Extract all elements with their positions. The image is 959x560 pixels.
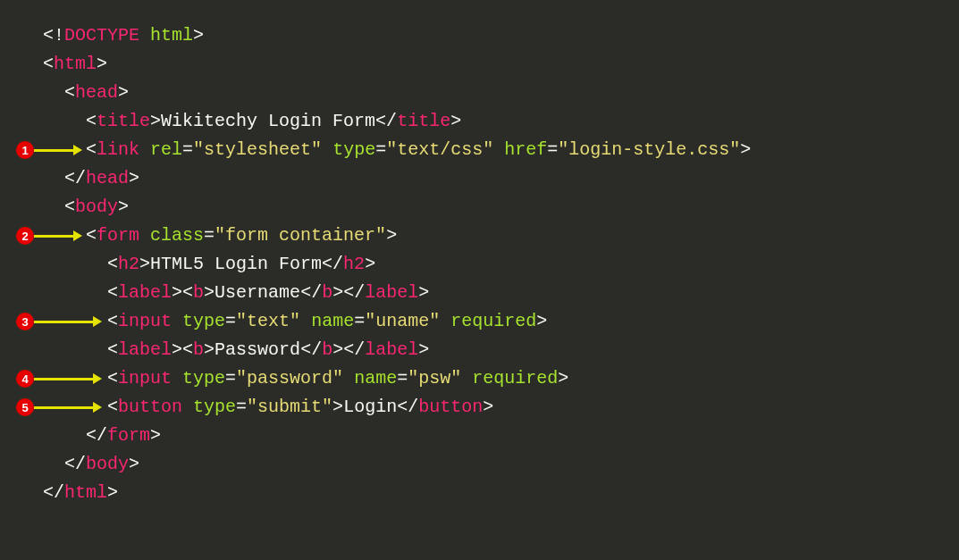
callout-badge: 4 <box>16 370 34 388</box>
callout-badge: 1 <box>16 141 34 159</box>
callout-3: 3 <box>16 313 102 330</box>
line-9: <label><b>Username</b></label> <box>43 282 429 303</box>
line-15: </body> <box>43 454 139 474</box>
line-6: <body> <box>43 196 129 217</box>
line-12: <input type="password" name="psw" requir… <box>43 368 568 389</box>
line-7: <form class="form container"> <box>43 225 397 246</box>
callout-badge: 2 <box>16 227 34 245</box>
arrow-line <box>34 406 93 409</box>
arrow-head-icon <box>73 230 82 241</box>
line-16: </html> <box>43 482 118 503</box>
callout-2: 2 <box>16 227 82 245</box>
arrow-line <box>34 149 73 152</box>
arrow-head-icon <box>93 402 102 413</box>
line-5: </head> <box>43 168 139 188</box>
line-11: <label><b>Password</b></label> <box>43 339 429 360</box>
arrow-head-icon <box>73 145 82 155</box>
callout-badge: 3 <box>16 313 34 330</box>
callout-5: 5 <box>16 398 102 416</box>
callout-badge: 5 <box>16 398 34 416</box>
line-14: </form> <box>43 425 161 446</box>
arrow-line <box>34 235 73 238</box>
arrow-line <box>34 378 93 380</box>
callout-4: 4 <box>16 370 102 388</box>
line-13: <button type="submit">Login</button> <box>43 397 493 417</box>
line-8: <h2>HTML5 Login Form</h2> <box>43 254 375 274</box>
line-3: <title>Wikitechy Login Form</title> <box>43 111 461 131</box>
line-0: <!DOCTYPE html> <box>43 25 204 46</box>
code-block: <!DOCTYPE html> <html> <head> <title>Wik… <box>43 21 751 507</box>
arrow-head-icon <box>93 316 102 327</box>
line-1: <html> <box>43 54 107 74</box>
arrow-line <box>34 321 93 323</box>
arrow-head-icon <box>93 373 102 384</box>
line-2: <head> <box>43 82 129 103</box>
line-10: <input type="text" name="uname" required… <box>43 311 547 331</box>
callout-1: 1 <box>16 141 82 159</box>
line-4: <link rel="stylesheet" type="text/css" h… <box>43 139 751 160</box>
